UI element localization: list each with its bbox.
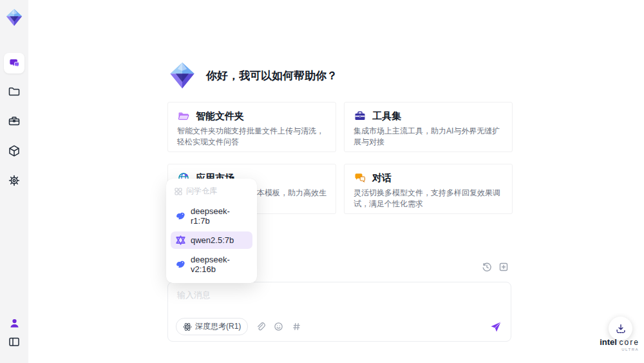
dialog-icon <box>354 172 366 184</box>
model-option-deepseek-v2[interactable]: deepseek-v2:16b <box>171 251 252 278</box>
paperclip-icon[interactable] <box>255 321 266 332</box>
model-option-label: deepseek-v2:16b <box>191 255 247 274</box>
composer-toolbar: 深度思考(R1) <box>176 318 503 335</box>
sidebar-item-folders[interactable] <box>7 84 21 99</box>
core-wordmark: core <box>620 338 639 347</box>
history-icon[interactable] <box>481 261 492 272</box>
greeting: 你好，我可以如何帮助你？ <box>167 61 337 90</box>
model-option-deepseek-r1[interactable]: deepseek-r1:7b <box>171 202 252 230</box>
hash-icon[interactable] <box>291 321 302 332</box>
sidebar-item-settings[interactable] <box>7 173 21 188</box>
card-desc: 智能文件夹功能支持批量文件上传与清洗，轻松实现文件问答 <box>177 126 327 148</box>
emoji-icon[interactable] <box>273 321 284 332</box>
card-toolbox[interactable]: 工具集 集成市场上主流工具，助力AI与外界无缝扩展与对接 <box>344 102 513 152</box>
deepseek-icon <box>176 260 185 270</box>
ultra-wordmark: ULTRA <box>598 348 641 351</box>
user-icon <box>8 317 21 329</box>
briefcase-icon <box>8 115 21 128</box>
app-logo <box>5 8 24 27</box>
deepseek-icon <box>176 211 185 221</box>
card-title: 智能文件夹 <box>196 110 244 123</box>
deep-think-button[interactable]: 深度思考(R1) <box>176 318 248 335</box>
gear-icon <box>8 174 21 187</box>
download-icon <box>615 323 627 335</box>
model-option-qwen[interactable]: qwen2.5:7b <box>171 231 252 249</box>
toolbox-icon <box>354 110 366 123</box>
chat-actions <box>481 261 509 272</box>
sidebar-item-collapse[interactable] <box>7 335 21 349</box>
send-icon[interactable] <box>489 320 503 334</box>
card-smart-folder[interactable]: 智能文件夹 智能文件夹功能支持批量文件上传与清洗，轻松实现文件问答 <box>167 102 336 152</box>
repo-icon <box>175 188 182 195</box>
intel-wordmark: intel <box>600 337 617 347</box>
card-desc: 灵活切换多模型文件，支持多样回复效果调试，满足个性化需求 <box>354 188 503 210</box>
deepthink-atom-icon <box>183 322 192 331</box>
deep-think-label: 深度思考(R1) <box>195 321 241 332</box>
intel-core-logo: intel core ULTRA <box>598 337 641 351</box>
new-chat-icon[interactable] <box>498 261 509 272</box>
sidebar-item-toolbox[interactable] <box>7 114 21 128</box>
model-dropdown-header-label: 问学仓库 <box>186 186 217 197</box>
sidebar <box>0 0 28 363</box>
message-input[interactable] <box>168 282 511 315</box>
app-logo-large <box>167 61 197 90</box>
message-composer: 深度思考(R1) <box>167 282 511 342</box>
sidebar-item-models[interactable] <box>7 144 21 158</box>
cube-icon <box>8 144 21 157</box>
sidebar-item-chat[interactable] <box>4 53 24 74</box>
sidebar-item-account[interactable] <box>7 316 21 330</box>
model-dropdown-header: 问学仓库 <box>171 184 252 202</box>
smart-folder-icon <box>177 110 190 123</box>
greeting-title: 你好，我可以如何帮助你？ <box>206 68 337 83</box>
card-title: 对话 <box>372 172 392 184</box>
model-option-label: deepseek-r1:7b <box>191 206 247 226</box>
folder-icon <box>8 85 21 98</box>
card-dialog[interactable]: 对话 灵活切换多模型文件，支持多样回复效果调试，满足个性化需求 <box>344 164 513 214</box>
card-title: 工具集 <box>372 110 401 123</box>
chat-icon <box>8 57 21 70</box>
qwen-icon <box>176 235 185 245</box>
panel-toggle-icon <box>8 335 21 348</box>
card-desc: 集成市场上主流工具，助力AI与外界无缝扩展与对接 <box>354 126 503 148</box>
model-dropdown: 问学仓库 deepseek-r1:7b qwen2.5:7b <box>166 179 257 283</box>
app-window: 你好，我可以如何帮助你？ 智能文件夹 智能文件夹功能支持批量文件上传与清洗，轻松… <box>0 0 644 363</box>
model-option-label: qwen2.5:7b <box>191 235 234 245</box>
